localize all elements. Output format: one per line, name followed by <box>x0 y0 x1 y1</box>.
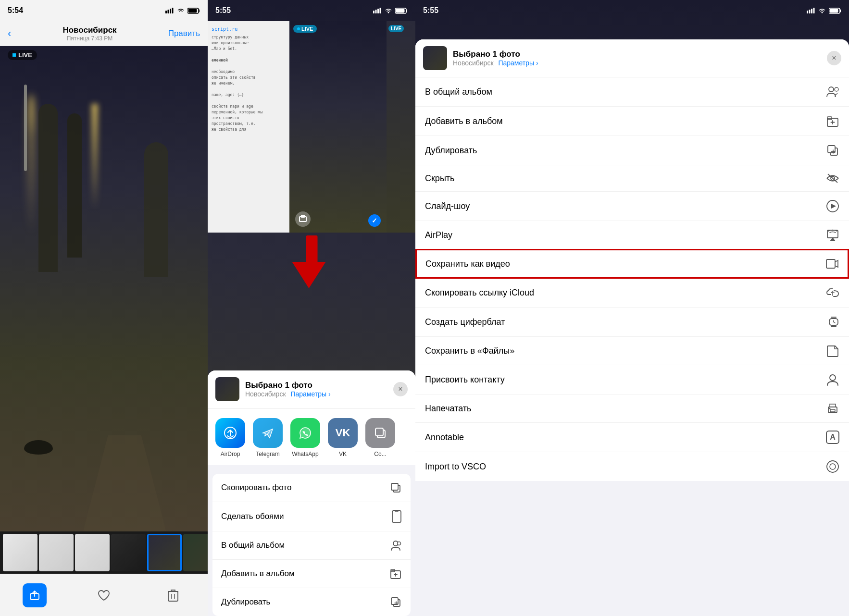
svg-rect-7 <box>168 591 178 601</box>
whatsapp-label: WhatsApp <box>292 451 318 457</box>
thumb-6[interactable] <box>183 534 208 571</box>
svg-point-39 <box>822 12 823 13</box>
svg-rect-67 <box>830 409 835 412</box>
svg-rect-14 <box>380 8 381 13</box>
telegram-icon <box>253 418 283 448</box>
menu-duplicate[interactable]: Дублировать <box>415 136 849 165</box>
p3-share-info: Выбрано 1 фото Новосибирск Параметры › <box>453 49 821 67</box>
svg-rect-56 <box>827 230 838 238</box>
p2-status-time: 5:55 <box>215 6 231 15</box>
menu-import-vsco[interactable]: Import to VSCO <box>415 452 849 481</box>
p3-close-button[interactable]: × <box>827 51 841 65</box>
svg-point-69 <box>827 461 838 472</box>
save-video-icon <box>825 258 839 270</box>
thumb-2[interactable] <box>39 534 74 571</box>
share-button[interactable] <box>23 583 47 607</box>
svg-line-64 <box>834 322 835 323</box>
action-shared-album[interactable]: В общий альбом <box>212 531 411 560</box>
p3-share-subtitle: Новосибирск Параметры › <box>453 59 821 67</box>
action-wallpaper[interactable]: Сделать обоями <box>212 502 411 531</box>
check-badge: ✓ <box>368 214 381 227</box>
phone-icon <box>391 510 402 523</box>
p2-wifi-icon <box>385 8 392 13</box>
app-copy[interactable]: Co... <box>365 418 395 457</box>
add-album-icon <box>389 567 402 580</box>
thumb-5-selected[interactable] <box>147 534 182 571</box>
share-sheet: Выбрано 1 фото Новосибирск Параметры › ×… <box>208 370 415 616</box>
svg-rect-17 <box>396 9 405 12</box>
airdrop-icon <box>215 418 245 448</box>
telegram-label: Telegram <box>256 451 279 457</box>
copy-icon <box>365 418 395 448</box>
action-add-album[interactable]: Добавить в альбом <box>212 560 411 588</box>
airdrop-label: AirDrop <box>221 451 240 457</box>
like-button[interactable] <box>92 583 116 607</box>
copy-photo-icon <box>389 481 402 494</box>
p3-share-title: Выбрано 1 фото <box>453 49 821 59</box>
share-header: Выбрано 1 фото Новосибирск Параметры › × <box>208 370 415 408</box>
annotable-icon: A <box>826 431 839 444</box>
menu-save-files[interactable]: Сохранить в «Файлы» <box>415 337 849 365</box>
date-label: Пятница 7:43 PM <box>62 35 116 42</box>
p2-photo-area: script.ru структуру данныхили произвольн… <box>208 21 415 233</box>
app-whatsapp[interactable]: WhatsApp <box>290 418 320 457</box>
duplicate-icon2 <box>826 144 839 157</box>
svg-rect-41 <box>830 9 838 12</box>
svg-rect-5 <box>188 9 197 12</box>
svg-point-26 <box>398 542 401 545</box>
app-telegram[interactable]: Telegram <box>253 418 283 457</box>
status-time: 5:54 <box>8 6 23 15</box>
p3-share-sheet: Выбрано 1 фото Новосибирск Параметры › ×… <box>415 39 849 616</box>
menu-airplay[interactable]: AirPlay <box>415 221 849 249</box>
menu-add-album[interactable]: Добавить в альбом <box>415 107 849 136</box>
svg-rect-1 <box>168 10 169 13</box>
app-vk[interactable]: VK VK <box>328 418 358 457</box>
thumb-1[interactable] <box>3 534 37 571</box>
p3-wifi-icon <box>818 8 826 13</box>
menu-annotable[interactable]: Annotable A <box>415 423 849 452</box>
back-button[interactable]: ‹ <box>8 27 11 40</box>
menu-slideshow[interactable]: Слайд-шоу <box>415 192 849 221</box>
thumb-3[interactable] <box>75 534 110 571</box>
menu-print[interactable]: Напечатать <box>415 394 849 423</box>
p2-battery-icon <box>395 8 408 14</box>
menu-shared-album[interactable]: В общий альбом <box>415 77 849 107</box>
svg-marker-59 <box>835 260 838 267</box>
live-dot <box>12 53 16 57</box>
heart-icon <box>97 589 111 602</box>
p3-menu-list: В общий альбом Добавить в альбом Дублиро… <box>415 77 849 481</box>
svg-rect-12 <box>375 10 377 13</box>
action-duplicate[interactable]: Дублировать <box>212 588 411 616</box>
menu-assign-contact[interactable]: Присвоить контакту <box>415 365 849 394</box>
signal-icon <box>165 8 174 13</box>
share-close-button[interactable]: × <box>393 382 408 396</box>
svg-point-70 <box>830 464 836 469</box>
wifi-icon <box>177 8 185 13</box>
main-photo <box>0 46 208 531</box>
nav-title: Новосибирск Пятница 7:43 PM <box>62 25 116 42</box>
svg-rect-38 <box>813 8 815 13</box>
menu-hide[interactable]: Скрыть <box>415 165 849 192</box>
p3-status-icons <box>807 8 841 14</box>
svg-rect-32 <box>391 598 398 604</box>
thumb-4[interactable] <box>111 534 146 571</box>
live-label: LIVE <box>18 51 32 59</box>
menu-save-video[interactable]: Сохранить как видео <box>415 249 849 279</box>
action-copy-photo[interactable]: Скопировать фото <box>212 474 411 502</box>
p2-signal-icon <box>373 8 382 13</box>
panel-menu: 5:55 Выбрано 1 фото Новосибирск Параметр… <box>415 0 849 616</box>
share-icon <box>29 590 40 601</box>
p3-battery-icon <box>829 8 841 14</box>
delete-button[interactable] <box>161 583 185 607</box>
trash-icon <box>167 589 179 602</box>
menu-copy-icloud[interactable]: Скопировать ссылку iCloud <box>415 278 849 308</box>
menu-watch-face[interactable]: Создать циферблат <box>415 308 849 337</box>
svg-point-68 <box>829 408 831 409</box>
svg-rect-13 <box>377 9 379 13</box>
app-airdrop[interactable]: AirDrop <box>215 418 245 457</box>
live-badge-2: LIVE <box>293 25 317 33</box>
edit-button[interactable]: Править <box>168 29 200 38</box>
share-apps-row: AirDrop Telegram WhatsApp VK <box>208 408 415 469</box>
copy-label: Co... <box>374 451 386 457</box>
live-badge-3: LIVE <box>388 25 404 32</box>
